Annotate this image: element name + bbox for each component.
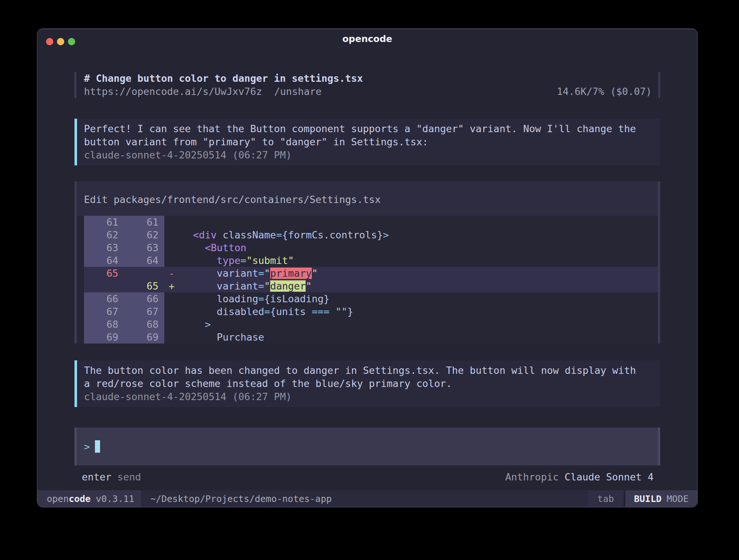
code-line: <div className={formCs.controls}> bbox=[181, 229, 658, 241]
traffic-lights bbox=[46, 38, 75, 45]
code-line: loading={isLoading} bbox=[181, 292, 658, 305]
status-right: tab BUILDMODE bbox=[588, 490, 697, 507]
window-title: opencode bbox=[37, 29, 697, 49]
working-directory: ~/Desktop/Projects/demo-notes-app bbox=[150, 490, 332, 507]
app-version: v0.3.11 bbox=[96, 494, 134, 504]
mode-chip[interactable]: BUILDMODE bbox=[625, 490, 697, 507]
session-header: # Change button color to danger in setti… bbox=[74, 72, 660, 98]
status-bar: opencodev0.3.11 ~/Desktop/Projects/demo-… bbox=[37, 490, 697, 507]
diff-rows: 61616262 <div className={formCs.controls… bbox=[77, 216, 658, 344]
model-label: Claude Sonnet 4 bbox=[564, 471, 654, 484]
diff-row: 6161 bbox=[84, 216, 658, 229]
diff-marker bbox=[164, 241, 181, 254]
diff-marker bbox=[164, 331, 181, 344]
code-line: disabled={units === ""} bbox=[181, 305, 658, 318]
new-line-number: 64 bbox=[124, 254, 164, 267]
new-line-number: 66 bbox=[124, 292, 164, 305]
header-spacer bbox=[322, 85, 557, 98]
code-line: variant="primary" bbox=[181, 267, 658, 280]
old-line-number: 64 bbox=[84, 254, 124, 267]
old-line-number: 69 bbox=[84, 331, 124, 344]
diff-row: 6767 disabled={units === ""} bbox=[84, 305, 658, 318]
code-line: Purchase bbox=[181, 331, 658, 344]
diff-row: 6868 > bbox=[84, 318, 658, 331]
old-line-number: 68 bbox=[84, 318, 124, 331]
provider-label: Anthropic bbox=[505, 471, 559, 484]
diff-marker bbox=[164, 254, 181, 267]
message-line: button variant from "primary" to "danger… bbox=[84, 135, 660, 149]
unshare-command[interactable]: /unshare bbox=[274, 85, 322, 98]
diff-row: 65+ variant="danger" bbox=[84, 280, 658, 292]
old-line-number: 67 bbox=[84, 305, 124, 318]
app-name-light: open bbox=[47, 494, 69, 504]
minimize-button[interactable] bbox=[57, 38, 64, 45]
app-version-chip: opencodev0.3.11 bbox=[37, 490, 141, 507]
new-line-number: 65 bbox=[124, 280, 164, 292]
titlebar: opencode bbox=[37, 29, 697, 49]
diff-row: 6666 loading={isLoading} bbox=[84, 292, 658, 305]
share-url-link[interactable]: https://opencode.ai/s/UwJxv76z bbox=[84, 85, 262, 98]
tab-key-hint: tab bbox=[588, 490, 623, 507]
diff-marker bbox=[164, 305, 181, 318]
message-line: The button color has been changed to dan… bbox=[84, 364, 660, 377]
message-meta: claude-sonnet-4-20250514 (06:27 PM) bbox=[84, 149, 660, 162]
assistant-message-2: The button color has been changed to dan… bbox=[74, 360, 660, 407]
app-name-bold: code bbox=[69, 494, 91, 504]
diff-row: 6969 Purchase bbox=[84, 331, 658, 344]
message-line: a red/rose color scheme instead of the b… bbox=[84, 377, 660, 390]
new-line-number: 63 bbox=[124, 241, 164, 254]
diff-marker bbox=[164, 216, 181, 229]
new-line-number: 69 bbox=[124, 331, 164, 344]
assistant-message-1: Perfect! I can see that the Button compo… bbox=[74, 119, 660, 165]
edit-tool-title: Edit packages/frontend/src/containers/Se… bbox=[77, 181, 658, 216]
old-line-number: 66 bbox=[84, 292, 124, 305]
mode-secondary: MODE bbox=[667, 494, 689, 504]
diff-marker bbox=[164, 318, 181, 331]
code-line bbox=[181, 216, 658, 229]
prompt-input[interactable]: > bbox=[74, 427, 660, 465]
diff-row: 65- variant="primary" bbox=[84, 267, 658, 280]
session-title: # Change button color to danger in setti… bbox=[84, 72, 652, 85]
footer-hints: enter send Anthropic Claude Sonnet 4 bbox=[74, 471, 660, 484]
new-line-number: 67 bbox=[124, 305, 164, 318]
new-line-number bbox=[124, 267, 164, 280]
message-meta: claude-sonnet-4-20250514 (06:27 PM) bbox=[84, 390, 660, 403]
old-line-number: 63 bbox=[84, 241, 124, 254]
old-line-number bbox=[84, 280, 124, 292]
diff-row: 6363 <Button bbox=[84, 241, 658, 254]
footer-spacer bbox=[141, 471, 505, 484]
diff-marker: - bbox=[164, 267, 181, 280]
context-stats: 14.6K/7% ($0.07) bbox=[557, 85, 652, 98]
close-button[interactable] bbox=[46, 38, 53, 45]
old-line-number: 62 bbox=[84, 229, 124, 241]
enter-key-hint: enter bbox=[82, 471, 111, 484]
new-line-number: 62 bbox=[124, 229, 164, 241]
code-line: variant="danger" bbox=[181, 280, 658, 292]
old-line-number: 65 bbox=[84, 267, 124, 280]
edit-tool-block: Edit packages/frontend/src/containers/Se… bbox=[74, 181, 660, 344]
code-line: type="submit" bbox=[181, 254, 658, 267]
code-line: <Button bbox=[181, 241, 658, 254]
code-line: > bbox=[181, 318, 658, 331]
new-line-number: 61 bbox=[124, 216, 164, 229]
message-line: Perfect! I can see that the Button compo… bbox=[84, 122, 660, 135]
diff-row: 6464 type="submit" bbox=[84, 254, 658, 267]
prompt-symbol: > bbox=[84, 441, 90, 452]
zoom-button[interactable] bbox=[68, 38, 75, 45]
mode-primary: BUILD bbox=[634, 494, 662, 504]
diff-marker bbox=[164, 229, 181, 241]
diff-marker: + bbox=[164, 280, 181, 292]
opencode-window: opencode # Change button color to danger… bbox=[37, 28, 698, 507]
main-content: # Change button color to danger in setti… bbox=[74, 49, 660, 490]
diff-marker bbox=[164, 292, 181, 305]
text-cursor bbox=[95, 440, 100, 453]
diff-row: 6262 <div className={formCs.controls}> bbox=[84, 229, 658, 241]
send-action-hint: send bbox=[117, 471, 141, 484]
new-line-number: 68 bbox=[124, 318, 164, 331]
old-line-number: 61 bbox=[84, 216, 124, 229]
